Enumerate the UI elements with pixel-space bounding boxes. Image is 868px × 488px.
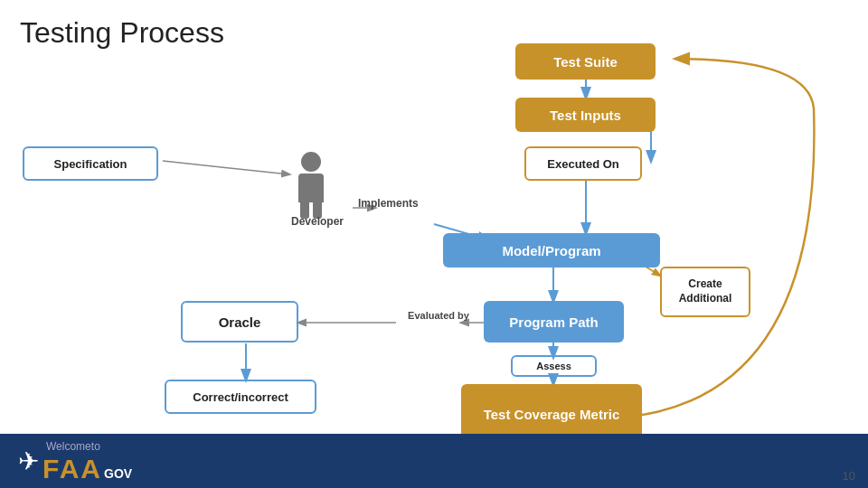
page-number: 10 [843,469,855,483]
page-title: Testing Process [20,16,224,50]
oracle-box: Oracle [181,301,298,343]
plane-icon: ✈ [18,446,39,476]
faa-text: FAA [42,454,102,484]
developer-label: Developer [291,215,344,228]
assess-box: Assess [511,355,597,377]
svg-line-3 [163,161,289,174]
test-suite-box: Test Suite [515,43,656,80]
faa-logo: ✈ Welcometo FAA GOV [18,437,132,484]
bottom-bar: ✈ Welcometo FAA GOV [0,434,868,488]
test-inputs-box: Test Inputs [515,98,656,132]
faa-branding: Welcometo FAA GOV [42,437,132,484]
dev-body [298,174,324,202]
welcome-text: Welcometo [46,440,100,453]
faa-gov-text: GOV [104,466,132,481]
implements-label: Implements [358,197,419,210]
dev-head [301,152,321,172]
correct-incorrect-box: Correct/incorrect [165,380,316,414]
executed-on-box: Executed On [524,146,642,181]
model-program-box: Model/Program [443,233,660,267]
create-additional-box: CreateAdditional [660,267,750,317]
create-additional-text: CreateAdditional [679,277,732,305]
program-path-box: Program Path [484,301,624,343]
evaluated-by-label: Evaluated by [398,310,479,321]
developer-figure [298,152,324,219]
specification-box: Specification [23,146,158,181]
